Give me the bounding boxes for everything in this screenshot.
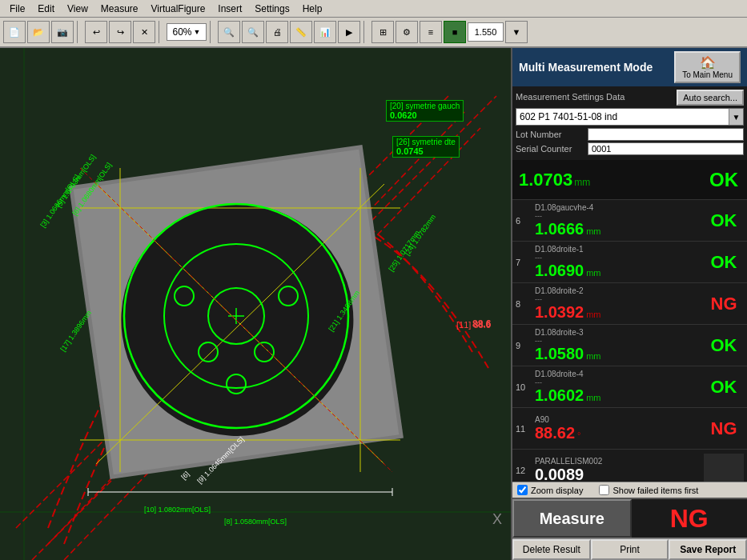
delete-result-button[interactable]: Delete Result [512,539,591,560]
dropdown-arrow[interactable]: ▼ [729,109,743,125]
panel-header: Multi Measurement Mode 🏠 To Main Menu [512,48,747,86]
menu-measure[interactable]: Measure [94,0,145,17]
undo-button[interactable]: ↩ [85,21,107,43]
open-button[interactable]: 📂 [27,21,50,43]
mrow-unit-9: mm [586,351,600,361]
delete-button[interactable]: ✕ [133,21,155,43]
mrow-value-row-8: 1.0392 mm [535,303,701,322]
menubar: File Edit View Measure VirtualFigure Ins… [0,0,747,18]
svg-text:[10] 1.0802mm[OLS]: [10] 1.0802mm[OLS] [144,506,211,514]
sep4 [363,21,368,43]
mrow-num-9: 9 [516,341,532,350]
mrow-value-11: 88.62 [535,424,575,442]
color-btn[interactable]: ■ [444,21,466,43]
lot-number-input[interactable] [588,128,744,141]
mrow-content-7: D1.08droite-1 --- 1.0690 mm [532,245,704,280]
main-menu-button[interactable]: 🏠 To Main Menu [674,51,741,83]
panel-title: Multi Measurement Mode [519,61,653,74]
sep2 [159,21,163,43]
mrow-value-row-9: 1.0580 mm [535,345,701,363]
zoom-display-checkbox[interactable] [517,485,528,495]
mrow-content-8: D1.08droite-2 --- 1.0392 mm [532,286,704,322]
settings-btn2[interactable]: ⚙ [396,21,418,43]
measurement-canvas: [11] 88.6 [5] 1.0703mm[OLS] [3] 1.0666mm… [0,48,511,560]
mrow-content-12: PARALLELISM002 0.0089 [532,457,704,482]
sym-right-label: [26] symetrie dte 0.0745 [392,136,460,158]
mrow-value-12: 0.0089 [535,466,584,482]
canvas-area[interactable]: [11] 88.6 [5] 1.0703mm[OLS] [3] 1.0666mm… [0,48,511,560]
mrow-unit-8: mm [586,310,600,319]
mrow-name-7: D1.08droite-1 [535,245,701,254]
mrow-status-11: NG [704,412,744,446]
camera-button[interactable]: 📷 [51,21,74,43]
play-btn[interactable]: ▶ [338,21,360,43]
mrow-num-10: 10 [516,382,532,392]
right-panel: Multi Measurement Mode 🏠 To Main Menu Me… [511,48,747,560]
zoom-out-btn[interactable]: 🔍 [242,21,264,43]
expand-btn[interactable]: ▼ [505,21,528,43]
mrow-num-8: 8 [516,299,532,309]
measure-btn-toolbar[interactable]: 📏 [290,21,312,43]
mrow-name-11: A90 [535,415,701,424]
mrow-value-row-6: 1.0666 mm [535,220,701,238]
sym-left-val: 0.0620 [390,110,460,120]
menu-virtualfigure[interactable]: VirtualFigure [145,0,212,17]
mrow-content-6: D1.08gaucvhe-4 --- 1.0666 mm [532,203,704,238]
grid-btn[interactable]: ⊞ [371,21,394,43]
print-btn[interactable]: 🖨 [266,21,288,43]
top-unit: mm [574,177,590,188]
svg-text:[8] 1.0580mm[OLS]: [8] 1.0580mm[OLS] [224,518,287,526]
mrow-name-12: PARALLELISM002 [535,457,701,466]
mrow-content-10: D1.08droite-4 --- 1.0602 mm [532,370,704,405]
measure-button[interactable]: Measure [512,499,632,538]
sym-right-val: 0.0745 [396,146,456,156]
value-display: 1.550 [468,22,504,42]
measurements-list[interactable]: 6 D1.08gaucvhe-4 --- 1.0666 mm OK 7 D1.0… [512,200,747,482]
mrow-value-10: 1.0602 [535,386,584,405]
settings-dropdown[interactable]: ▼ [516,108,744,126]
measurement-row-11: 11 A90 88.62 ° NG [512,408,747,450]
serial-counter-input[interactable] [588,142,744,155]
settings-section: Measurement Settings Data Auto search...… [512,86,747,160]
measurement-row-9: 9 D1.08droite-3 --- 1.0580 mm OK [512,325,747,366]
main-layout: [11] 88.6 [5] 1.0703mm[OLS] [3] 1.0666mm… [0,48,747,560]
menu-edit[interactable]: Edit [31,0,61,17]
mrow-status-12 [704,454,744,482]
mrow-unit-11: ° [577,430,580,440]
save-report-button[interactable]: Save Report [669,539,747,560]
menu-settings[interactable]: Settings [248,0,295,17]
mrow-dashes-7: --- [535,254,701,262]
new-button[interactable]: 📄 [3,21,26,43]
bar-chart-btn[interactable]: 📊 [314,21,336,43]
menu-file[interactable]: File [3,0,31,17]
show-failed-checkbox-label[interactable]: Show failed items first [599,485,698,495]
top-status: OK [704,163,744,197]
svg-text:X: X [492,511,502,527]
measurement-row-12: 12 PARALLELISM002 0.0089 [512,450,747,482]
mrow-value-6: 1.0666 [535,220,584,238]
zoom-dropdown-arrow[interactable]: ▼ [194,28,201,36]
mrow-dashes-10: --- [535,378,701,386]
show-failed-checkbox[interactable] [599,485,609,495]
zoom-display-checkbox-label[interactable]: Zoom display [517,485,583,495]
zoom-display-label: Zoom display [531,486,583,495]
mrow-content-11: A90 88.62 ° [532,415,704,442]
auto-search-button[interactable]: Auto search... [677,90,744,106]
menu-help[interactable]: Help [296,0,329,17]
footer-buttons: Delete Result Print Save Report [512,538,747,560]
settings-data-label: Measurement Settings Data [516,92,625,102]
extra-btn[interactable]: ≡ [420,21,442,43]
menu-insert[interactable]: Insert [211,0,248,17]
measurement-row-10: 10 D1.08droite-4 --- 1.0602 mm OK [512,366,747,408]
redo-button[interactable]: ↪ [109,21,131,43]
mrow-num-7: 7 [516,258,532,267]
print-button[interactable]: Print [591,539,669,560]
mrow-status-6: OK [704,204,744,238]
zoom-in-btn[interactable]: 🔍 [218,21,240,43]
mrow-value-9: 1.0580 [535,345,584,363]
zoom-display[interactable]: 60% ▼ [167,23,207,41]
sym-left-text: [20] symetrie gauch [390,102,460,110]
settings-input-field[interactable] [516,110,729,124]
home-icon: 🏠 [700,55,716,70]
menu-view[interactable]: View [61,0,94,17]
